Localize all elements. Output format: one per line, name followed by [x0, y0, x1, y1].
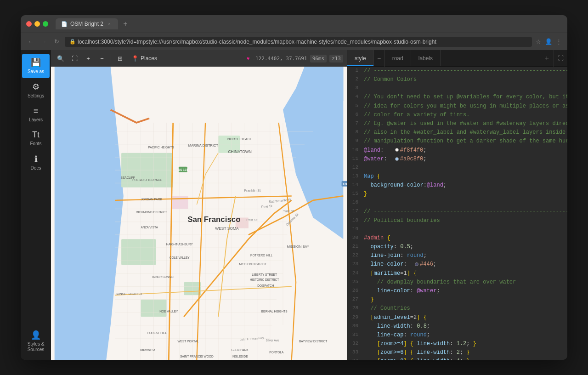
code-line: 22 line-join: round; [347, 251, 567, 260]
svg-text:GLEN PARK: GLEN PARK [232, 348, 249, 352]
tab-close-button[interactable]: × [106, 21, 113, 27]
code-line: 18 // Political boundaries [347, 216, 567, 225]
browser-tab-bar: 📄 OSM Bright 2 × + [56, 18, 131, 29]
svg-text:Franklin St: Franklin St [244, 188, 261, 193]
code-line: 15 } [347, 190, 567, 199]
styles-sources-button[interactable]: 👤 Styles & Sources [22, 326, 50, 356]
gear-icon: ⚙ [32, 82, 40, 92]
code-line: 28 // Countries [347, 304, 567, 313]
code-line: 30 line-width: 0.8; [347, 322, 567, 331]
forward-button[interactable]: → [39, 37, 48, 46]
browser-tab-active[interactable]: 📄 OSM Bright 2 × [56, 18, 118, 29]
heart-icon: ♥ [247, 56, 250, 61]
zoom-out-button[interactable]: − [96, 52, 108, 64]
code-line: 3 [347, 84, 567, 93]
maximize-button[interactable] [43, 21, 48, 27]
code-line: 34 [zoom>=8] { line-width: 4; } [347, 357, 567, 360]
code-line: 19 [347, 225, 567, 234]
svg-text:Taraval St: Taraval St [140, 348, 155, 352]
map-toolbar: 🔍 ⛶ + − ⊞ 📍 Places ♥ -122.4402, 37.7691 … [51, 50, 347, 67]
addressbar: ← → ↻ 🔒 localhost:3000/style?id=tmpstyle… [21, 33, 567, 50]
code-line: 6 // color for a variety of tints. [347, 111, 567, 119]
svg-text:PACIFIC HEIGHTS: PACIFIC HEIGHTS [148, 146, 174, 149]
code-line: 7 // Eg. @water is used in the #water an… [347, 119, 567, 128]
code-line: 20 #admin { [347, 234, 567, 243]
svg-text:Silver Ave: Silver Ave [266, 339, 279, 342]
code-line: 2 // Common Colors [347, 75, 567, 84]
docs-button[interactable]: ℹ Docs [22, 150, 50, 175]
minimize-button[interactable] [34, 21, 40, 27]
url-bar[interactable]: 🔒 localhost:3000/style?id=tmpstyle:///us… [65, 37, 532, 47]
tab-labels[interactable]: labels [411, 50, 441, 66]
code-editor[interactable]: 1 // -----------------------------------… [347, 67, 567, 360]
tab-road[interactable]: road [385, 50, 411, 66]
svg-text:POTRERO HILL: POTRERO HILL [250, 254, 272, 257]
code-line: 17 // ----------------------------------… [347, 207, 567, 216]
save-as-button[interactable]: 💾 Save as [22, 54, 50, 78]
code-line: 12 [347, 164, 567, 172]
svg-text:BERNAL HEIGHTS: BERNAL HEIGHTS [261, 310, 288, 313]
code-line: 33 [zoom>=6] { line-width: 2; } [347, 348, 567, 357]
tab-style[interactable]: style [347, 50, 374, 66]
close-button[interactable] [26, 21, 32, 27]
svg-text:WEST SOMA: WEST SOMA [215, 226, 239, 231]
code-line: 32 [zoom>=4] { line-width: 1.2; } [347, 340, 567, 348]
tab-title: OSM Bright 2 [70, 21, 103, 27]
tab-add-button[interactable]: + [540, 50, 554, 67]
svg-rect-2 [121, 239, 156, 265]
code-line: 24 [maritime=1] { [347, 269, 567, 278]
save-icon: 💾 [31, 57, 41, 68]
back-button[interactable]: ← [26, 37, 35, 46]
info-icon: ℹ [34, 154, 38, 164]
places-button[interactable]: 📍 Places [128, 54, 161, 63]
coordinates-text: -122.4402, 37.7691 [252, 56, 307, 62]
code-line: 29 [admin_level=2] { [347, 313, 567, 322]
code-line: 25 // downplay boundaries that are over … [347, 278, 567, 287]
svg-text:JORDAN PARK: JORDAN PARK [141, 198, 163, 201]
panel-tabs: style − road labels + ⛶ [347, 50, 567, 67]
code-line: 23 line-color: #446; [347, 260, 567, 269]
share-button[interactable]: ⊞ [114, 52, 126, 64]
zoom-in-button[interactable]: + [82, 52, 94, 64]
svg-text:NORTH BEACH: NORTH BEACH [227, 137, 252, 141]
svg-text:CHINATOWN: CHINATOWN [228, 149, 252, 154]
svg-text:BAYVIEW DISTRICT: BAYVIEW DISTRICT [299, 340, 327, 343]
search-map-button[interactable]: 🔍 [55, 52, 67, 64]
svg-text:FOREST HILL: FOREST HILL [147, 331, 167, 335]
refresh-button[interactable]: ↻ [52, 37, 61, 46]
bookmark-icon[interactable]: ☆ [536, 38, 541, 45]
svg-text:PRESIDIO TERRACE: PRESIDIO TERRACE [132, 178, 162, 182]
tab-minus-button[interactable]: − [374, 50, 385, 67]
svg-text:Post St: Post St [246, 218, 258, 222]
titlebar: 📄 OSM Bright 2 × + [21, 15, 567, 33]
svg-text:PORTOLA: PORTOLA [269, 351, 284, 354]
code-line: 16 [347, 199, 567, 207]
svg-text:DOGPATCH: DOGPATCH [257, 284, 274, 287]
location-icon: 📍 [131, 55, 139, 62]
browser-toolbar: ☆ 👤 ⋮ [536, 38, 562, 45]
new-tab-button[interactable]: + [120, 18, 131, 29]
map-coordinates: ♥ -122.4402, 37.7691 96ms z13 [247, 55, 343, 62]
settings-button[interactable]: ⚙ Settings [22, 78, 50, 102]
svg-text:SEACLIFF: SEACLIFF [121, 176, 135, 179]
svg-text:WEST PORTAL: WEST PORTAL [177, 340, 199, 343]
svg-text:RICHMOND DISTRICT: RICHMOND DISTRICT [136, 210, 167, 214]
profile-icon[interactable]: 👤 [545, 38, 552, 45]
map-canvas[interactable]: I 80 US 101 San Francisco WEST SOMA CHIN… [51, 67, 347, 360]
code-line: 8 // also in the #water_label and #water… [347, 128, 567, 137]
menu-icon[interactable]: ⋮ [556, 38, 562, 45]
layers-button[interactable]: ≡ Layers [22, 102, 50, 126]
code-line: 14 background-color:@land; [347, 181, 567, 190]
fit-map-button[interactable]: ⛶ [68, 52, 80, 64]
svg-text:LIBERTY STREET: LIBERTY STREET [252, 273, 277, 276]
code-line: 4 // You don't need to set up @variables… [347, 93, 567, 102]
svg-text:San Francisco: San Francisco [187, 215, 240, 224]
sidebar: 💾 Save as ⚙ Settings ≡ Layers Tt Fonts ℹ… [21, 50, 51, 360]
fonts-button[interactable]: Tt Fonts [22, 126, 50, 150]
ms-badge: 96ms [310, 55, 327, 62]
svg-text:MISSION DISTRICT: MISSION DISTRICT [239, 262, 266, 266]
map-area[interactable]: 🔍 ⛶ + − ⊞ 📍 Places ♥ -122.4402, 37.7691 … [51, 50, 347, 360]
svg-text:ANZA VISTA: ANZA VISTA [141, 226, 158, 229]
tab-fullscreen-button[interactable]: ⛶ [554, 50, 567, 67]
svg-text:INGLESIDE: INGLESIDE [232, 355, 249, 358]
